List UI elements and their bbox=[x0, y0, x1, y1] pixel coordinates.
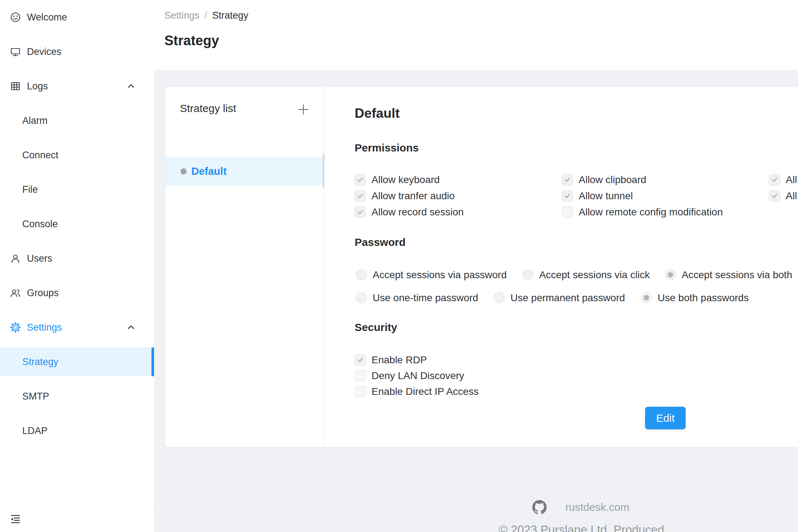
sidebar-item-file[interactable]: File bbox=[0, 172, 154, 207]
sidebar-item-users[interactable]: Users bbox=[0, 241, 154, 276]
sidebar-item-label: Users bbox=[27, 253, 52, 264]
sidebar-item-label: Connect bbox=[22, 150, 59, 161]
sidebar-item-groups[interactable]: Groups bbox=[0, 276, 154, 310]
collapse-sidebar-button[interactable] bbox=[9, 513, 22, 525]
radio-use-permanent-password[interactable]: Use permanent password bbox=[494, 292, 625, 303]
checkbox-box bbox=[562, 206, 573, 218]
checkbox-allow-tunnel[interactable]: Allow tunnel bbox=[562, 190, 723, 201]
security-column: Enable RDP Deny LAN Discovery Enable Dir… bbox=[355, 354, 479, 402]
list-scrollbar[interactable] bbox=[323, 154, 324, 188]
checkbox-box bbox=[355, 386, 366, 397]
sidebar-item-label: File bbox=[22, 184, 38, 195]
sidebar-item-alarm[interactable]: Alarm bbox=[0, 103, 154, 138]
sidebar: Welcome Devices Logs bbox=[0, 0, 154, 532]
sidebar-item-devices[interactable]: Devices bbox=[0, 34, 154, 69]
radio-circle bbox=[356, 292, 367, 303]
sidebar-item-ldap[interactable]: LDAP bbox=[0, 414, 154, 448]
sidebar-footer-divider bbox=[0, 505, 154, 505]
permissions-heading: Permissions bbox=[355, 142, 419, 154]
footer-copyright: © 2023 Purslane Ltd. Produced bbox=[499, 523, 664, 532]
checkbox-allow-clipboard[interactable]: Allow clipboard bbox=[562, 174, 723, 185]
permissions-column-3: All All bbox=[769, 174, 797, 206]
checkbox-allow-keyboard[interactable]: Allow keyboard bbox=[355, 174, 464, 185]
security-heading: Security bbox=[355, 321, 397, 333]
footer: rustdesk.com bbox=[532, 500, 629, 514]
sidebar-item-label: Logs bbox=[27, 81, 48, 92]
checkbox-box bbox=[355, 190, 366, 201]
checkbox-allow-truncated-2[interactable]: All bbox=[769, 190, 797, 201]
main-area: Settings / Strategy Strategy Strategy li… bbox=[154, 0, 798, 532]
sidebar-item-console[interactable]: Console bbox=[0, 207, 154, 241]
radio-accept-sessions-via-both[interactable]: Accept sessions via both bbox=[665, 269, 792, 280]
checkbox-allow-record-session[interactable]: Allow record session bbox=[355, 206, 464, 218]
radio-circle bbox=[522, 269, 533, 280]
chevron-up-icon bbox=[126, 323, 136, 332]
sidebar-item-label: Groups bbox=[27, 288, 59, 299]
checkbox-enable-rdp[interactable]: Enable RDP bbox=[355, 354, 479, 365]
password-heading: Password bbox=[355, 236, 406, 248]
radio-use-both-passwords[interactable]: Use both passwords bbox=[641, 292, 749, 303]
table-icon bbox=[10, 81, 21, 92]
strategy-list-panel: Strategy list Default bbox=[165, 87, 325, 447]
chevron-up-icon bbox=[126, 81, 136, 91]
sidebar-item-label: Alarm bbox=[22, 115, 48, 126]
sidebar-item-label: Strategy bbox=[22, 356, 59, 368]
checkbox-enable-direct-ip-access[interactable]: Enable Direct IP Access bbox=[355, 386, 479, 397]
strategy-list-title: Strategy list bbox=[180, 102, 236, 115]
checkbox-box bbox=[562, 174, 573, 185]
smiley-icon bbox=[10, 12, 21, 23]
checkbox-box bbox=[769, 174, 780, 185]
breadcrumb-strategy: Strategy bbox=[212, 10, 248, 21]
app-window: Welcome Devices Logs bbox=[0, 0, 798, 532]
page-header: Settings / Strategy Strategy bbox=[154, 0, 798, 70]
radio-accept-sessions-via-click[interactable]: Accept sessions via click bbox=[522, 269, 650, 280]
user-icon bbox=[10, 253, 21, 264]
sidebar-item-label: SMTP bbox=[22, 391, 49, 402]
permissions-column-1: Allow keyboard Allow tranfer audio Allow… bbox=[355, 174, 464, 223]
strategy-card: Strategy list Default bbox=[165, 87, 798, 447]
permissions-column-2: Allow clipboard Allow tunnel Allow remot… bbox=[562, 174, 723, 223]
add-strategy-button[interactable] bbox=[297, 103, 309, 116]
list-divider bbox=[165, 136, 325, 136]
checkbox-box bbox=[355, 354, 366, 365]
checkbox-allow-remote-config-modification[interactable]: Allow remote config modification bbox=[562, 206, 723, 218]
gear-icon bbox=[10, 322, 21, 333]
sidebar-item-strategy[interactable]: Strategy bbox=[0, 347, 154, 376]
sidebar-item-label: Settings bbox=[27, 322, 62, 333]
checkbox-allow-transfer-audio[interactable]: Allow tranfer audio bbox=[355, 190, 464, 201]
breadcrumb-settings[interactable]: Settings bbox=[164, 10, 200, 21]
footer-site-link[interactable]: rustdesk.com bbox=[565, 501, 629, 513]
checkbox-box bbox=[355, 206, 366, 218]
plus-icon bbox=[297, 103, 309, 116]
checkbox-box bbox=[769, 190, 780, 201]
breadcrumb-separator: / bbox=[205, 10, 207, 21]
monitor-icon bbox=[10, 46, 21, 57]
radio-circle bbox=[665, 269, 676, 280]
checkbox-box bbox=[562, 190, 573, 201]
radio-use-one-time-password[interactable]: Use one-time password bbox=[356, 292, 478, 303]
strategy-list-item-default[interactable]: Default bbox=[165, 157, 325, 186]
sidebar-item-label: LDAP bbox=[22, 425, 48, 437]
checkbox-box bbox=[355, 370, 366, 381]
sidebar-item-connect[interactable]: Connect bbox=[0, 138, 154, 172]
radio-circle bbox=[356, 269, 367, 280]
breadcrumb: Settings / Strategy bbox=[164, 10, 248, 21]
sidebar-item-settings[interactable]: Settings bbox=[0, 310, 154, 345]
checkbox-deny-lan-discovery[interactable]: Deny LAN Discovery bbox=[355, 370, 479, 381]
radio-circle bbox=[641, 292, 652, 303]
radio-accept-sessions-via-password[interactable]: Accept sessions via password bbox=[356, 269, 507, 280]
menu-fold-icon bbox=[9, 513, 22, 525]
page-title: Strategy bbox=[164, 33, 219, 48]
users-icon bbox=[10, 288, 21, 298]
strategy-detail-title: Default bbox=[355, 106, 400, 121]
strategy-list-item-label: Default bbox=[191, 165, 227, 177]
github-icon[interactable] bbox=[532, 500, 547, 514]
sidebar-item-logs[interactable]: Logs bbox=[0, 69, 154, 103]
sidebar-item-label: Devices bbox=[27, 46, 61, 57]
sidebar-item-welcome[interactable]: Welcome bbox=[0, 0, 154, 34]
checkbox-box bbox=[355, 174, 366, 185]
edit-button[interactable]: Edit bbox=[645, 407, 686, 429]
sidebar-item-smtp[interactable]: SMTP bbox=[0, 379, 154, 414]
checkbox-allow-truncated-1[interactable]: All bbox=[769, 174, 797, 185]
bullet-dot-icon bbox=[181, 168, 187, 174]
